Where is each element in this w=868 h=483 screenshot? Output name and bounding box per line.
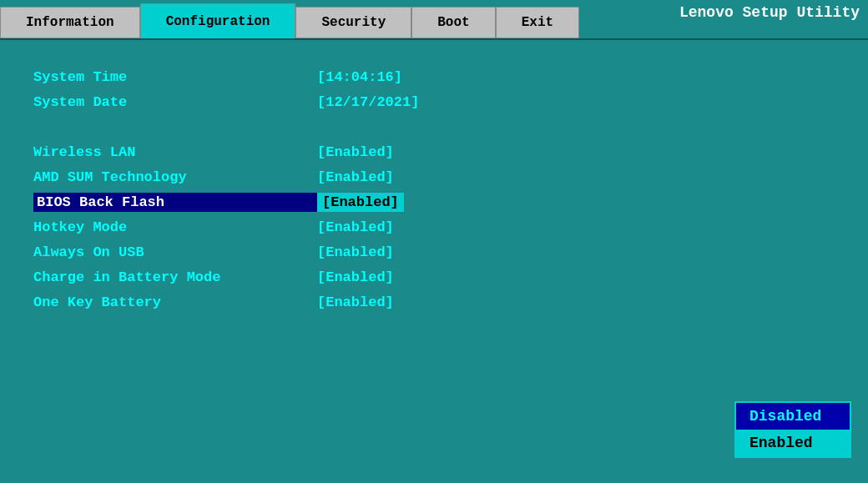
setting-value-hotkey-mode[interactable]: [Enabled] xyxy=(317,219,394,235)
system-time-row: System Time [14:04:16] xyxy=(33,65,835,88)
setting-value-amd-sum[interactable]: [Enabled] xyxy=(317,169,394,185)
nav-tab-configuration[interactable]: Configuration xyxy=(140,3,296,38)
dropdown-popup: DisabledEnabled xyxy=(734,401,851,458)
top-bar: Lenovo Setup Utility InformationConfigur… xyxy=(0,0,868,40)
setting-row-bios-back-flash[interactable]: BIOS Back Flash[Enabled] xyxy=(33,190,835,214)
system-date-label: System Date xyxy=(33,94,317,110)
nav-tab-information[interactable]: Information xyxy=(0,7,140,38)
setting-label-amd-sum: AMD SUM Technology xyxy=(33,169,317,185)
setting-row-one-key-battery[interactable]: One Key Battery[Enabled] xyxy=(33,290,835,314)
setting-row-hotkey-mode[interactable]: Hotkey Mode[Enabled] xyxy=(33,215,835,239)
setting-row-wireless-lan[interactable]: Wireless LAN[Enabled] xyxy=(33,140,835,164)
system-date-row: System Date [12/17/2021] xyxy=(33,90,835,113)
setting-value-one-key-battery[interactable]: [Enabled] xyxy=(317,294,394,310)
setting-label-charge-battery: Charge in Battery Mode xyxy=(33,269,317,285)
dropdown-option-enabled[interactable]: Enabled xyxy=(736,430,850,456)
setting-row-always-on-usb[interactable]: Always On USB[Enabled] xyxy=(33,240,835,264)
settings-section: Wireless LAN[Enabled]AMD SUM Technology[… xyxy=(33,140,835,314)
system-info-section: System Time [14:04:16] System Date [12/1… xyxy=(33,65,835,113)
app-title: Lenovo Setup Utility xyxy=(679,0,860,25)
setting-value-wireless-lan[interactable]: [Enabled] xyxy=(317,144,394,160)
main-content: System Time [14:04:16] System Date [12/1… xyxy=(0,40,868,483)
spacer xyxy=(33,115,835,132)
nav-tab-security[interactable]: Security xyxy=(295,7,411,38)
setting-label-hotkey-mode: Hotkey Mode xyxy=(33,219,317,235)
system-time-label: System Time xyxy=(33,69,317,85)
nav-tab-exit[interactable]: Exit xyxy=(496,7,579,38)
setting-value-bios-back-flash[interactable]: [Enabled] xyxy=(317,193,404,212)
setting-label-bios-back-flash: BIOS Back Flash xyxy=(33,193,317,212)
nav-tab-boot[interactable]: Boot xyxy=(411,7,495,38)
system-time-value[interactable]: [14:04:16] xyxy=(317,69,402,85)
system-date-value[interactable]: [12/17/2021] xyxy=(317,94,419,110)
setting-label-always-on-usb: Always On USB xyxy=(33,244,317,260)
setting-row-charge-battery[interactable]: Charge in Battery Mode[Enabled] xyxy=(33,265,835,289)
setting-label-one-key-battery: One Key Battery xyxy=(33,294,317,310)
setting-value-charge-battery[interactable]: [Enabled] xyxy=(317,269,394,285)
setting-label-wireless-lan: Wireless LAN xyxy=(33,144,317,160)
setting-value-always-on-usb[interactable]: [Enabled] xyxy=(317,244,394,260)
setting-row-amd-sum[interactable]: AMD SUM Technology[Enabled] xyxy=(33,165,835,189)
dropdown-option-disabled[interactable]: Disabled xyxy=(736,403,850,430)
